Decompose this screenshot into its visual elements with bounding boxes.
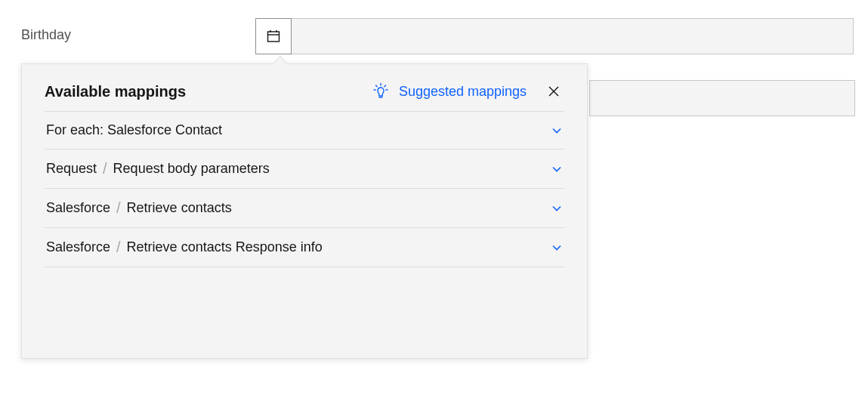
svg-line-5 [375,85,377,87]
breadcrumb-separator: / [116,239,121,256]
suggested-mappings-label: Suggested mappings [399,84,527,100]
svg-line-6 [385,85,386,87]
mapping-item-part: Salesforce [46,239,110,255]
mapping-item[interactable]: Request/Request body parameters [45,149,564,188]
mapping-item-label: Salesforce/Retrieve contacts Response in… [46,239,323,256]
chevron-down-icon [551,163,563,175]
mapping-item-part: Salesforce [46,200,110,216]
mapping-item[interactable]: For each: Salesforce Contact [45,111,564,149]
svg-rect-0 [268,32,280,42]
mapping-list: For each: Salesforce ContactRequest/Requ… [22,111,587,267]
chevron-down-icon [551,202,563,214]
close-popover-button[interactable] [543,82,564,100]
mapping-item[interactable]: Salesforce/Retrieve contacts Response in… [45,227,564,267]
mapping-item-label: Salesforce/Retrieve contacts [46,199,232,217]
mapping-item-label: For each: Salesforce Contact [46,122,222,138]
field-row: Birthday [0,0,868,54]
popover-caret [273,56,288,71]
chevron-down-icon [551,125,563,137]
mapping-item-part: For each: Salesforce Contact [46,122,222,138]
mapping-item[interactable]: Salesforce/Retrieve contacts [45,188,564,227]
date-picker-button[interactable] [255,18,292,54]
popover-title: Available mappings [45,83,372,100]
chevron-down-icon [551,242,563,254]
secondary-input[interactable] [589,80,855,116]
mapping-item-part: Request body parameters [113,161,270,177]
lightbulb-icon [372,82,390,100]
mapping-item-part: Retrieve contacts [127,200,232,216]
popover-header: Available mappings Suggested mappings [22,76,587,111]
calendar-icon [266,29,281,44]
close-icon [548,85,560,97]
mappings-popover: Available mappings Suggested mappings [21,63,588,359]
breadcrumb-separator: / [103,160,107,177]
suggested-mappings-link[interactable]: Suggested mappings [372,82,527,100]
mapping-item-label: Request/Request body parameters [46,160,270,177]
birthday-input[interactable] [292,18,854,54]
breadcrumb-separator: / [116,199,121,217]
field-input-group [255,18,854,54]
field-label-birthday: Birthday [21,18,255,43]
mapping-item-part: Retrieve contacts Response info [127,239,323,255]
mapping-item-part: Request [46,161,97,177]
